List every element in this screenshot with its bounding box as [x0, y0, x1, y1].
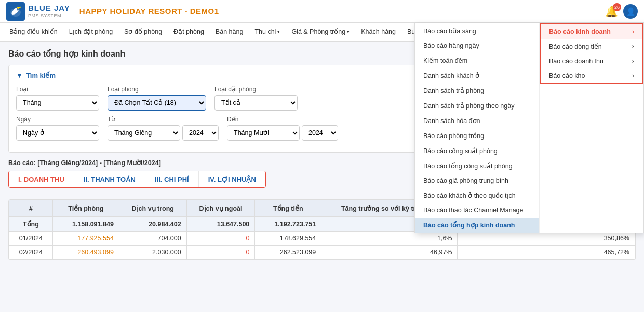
filter-group-ngay: Ngày Ngày ở	[16, 116, 99, 141]
dropdown-item-phong-trong[interactable]: Báo cáo phòng trống	[415, 128, 539, 143]
tab-thanh-toan[interactable]: II. THANH TOÁN	[74, 171, 145, 187]
app-title: HAPPY HOLIDAY RESORT - DEMO1	[79, 7, 605, 16]
dropdown-left-col: Báo cáo bữa sáng Báo cáo hàng ngày Kiểm …	[415, 23, 540, 233]
dropdown-item-khach-quoc-tich[interactable]: Báo cáo khách ở theo quốc tịch	[415, 188, 539, 203]
td-02-dv-trong: 2.030.000	[119, 246, 186, 260]
logo-icon	[6, 2, 25, 21]
filter-select-loai-dat-phong[interactable]: Tất cả	[214, 95, 298, 111]
dropdown-item-khach-o[interactable]: Danh sách khách ở	[415, 68, 539, 83]
th-tong-tien: Tổng tiền	[255, 200, 321, 217]
dropdown-item-tra-phong[interactable]: Danh sách trả phòng	[415, 83, 539, 98]
td-01-dv-trong: 704.000	[119, 232, 186, 246]
dropdown-section-doanh-thu[interactable]: Báo cáo doanh thu›	[541, 54, 642, 69]
dropdown-right-sections: Báo cáo kinh doanh › Báo cáo dòng tiền› …	[540, 23, 643, 84]
th-tien-phong: Tiền phòng	[52, 200, 119, 217]
nav-item-lich-dat-phong[interactable]: Lịch đặt phòng	[64, 23, 118, 42]
nav-item-bang-dieu-khien[interactable]: Bảng điều khiển	[4, 23, 63, 42]
td-total-tien-phong: 1.158.091.849	[52, 217, 119, 232]
td-total-hash: Tổng	[9, 217, 53, 232]
nav-item-gia-phong-trong[interactable]: Giá & Phòng trống ▾	[286, 23, 355, 42]
tab-chi-phi[interactable]: III. CHI PHÍ	[145, 171, 199, 187]
th-dv-ngoai: Dịch vụ ngoài	[186, 200, 255, 217]
bao-cao-dropdown: Báo cáo bữa sáng Báo cáo hàng ngày Kiểm …	[414, 23, 644, 233]
logo-area: BLUE JAY PMS SYSTEM	[6, 2, 70, 21]
dropdown-item-gia-phong-tb[interactable]: Báo cáo giá phòng trung bình	[415, 173, 539, 188]
td-01-dv-ngoai: 0	[186, 232, 255, 246]
filter-label-loai-dat-phong: Loại đặt phòng	[214, 86, 298, 93]
dropdown-right-col: Báo cáo kinh doanh › Báo cáo dòng tiền› …	[540, 23, 643, 233]
dropdown-item-cong-suat-phong[interactable]: Báo cáo công suất phòng	[415, 143, 539, 158]
tab-loi-nhuan[interactable]: IV. LỢI NHUẬN	[199, 171, 265, 187]
filter-select-ngay[interactable]: Ngày ở	[16, 125, 99, 141]
td-02-dv-ngoai: 0	[186, 246, 255, 260]
dropdown-item-hoa-don[interactable]: Danh sách hóa đơn	[415, 113, 539, 128]
dropdown-section-dong-tien[interactable]: Báo cáo dòng tiền›	[541, 39, 642, 54]
filter-label-den: Đến	[227, 116, 338, 123]
user-avatar[interactable]: 👤	[623, 4, 638, 19]
td-01-tang-truong-nam: 350,86%	[458, 232, 635, 246]
logo-title: BLUE JAY	[28, 4, 70, 13]
td-total-tong-tien: 1.192.723.751	[255, 217, 321, 232]
report-tabs: I. DOANH THU II. THANH TOÁN III. CHI PHÍ…	[8, 171, 266, 188]
td-02-tang-truong-nam: 465,72%	[458, 246, 635, 260]
filter-label-loai: Loại	[16, 86, 99, 93]
table-row: 02/2024 260.493.099 2.030.000 0 262.523.…	[9, 246, 635, 260]
nav-item-so-do-phong[interactable]: Sơ đồ phòng	[119, 23, 167, 42]
filter-group-tu: Từ Tháng Giêng 2024	[108, 116, 219, 141]
nav-item-khach-hang[interactable]: Khách hàng	[356, 23, 401, 42]
filter-group-loai: Loại Tháng	[16, 86, 99, 111]
main-content: Báo cáo tổng hợp kinh doanh ▼ Tìm kiếm L…	[0, 42, 644, 267]
dropdown-item-tong-hop-kd[interactable]: Báo cáo tổng hợp kinh doanh	[415, 218, 539, 233]
td-02-hash: 02/2024	[9, 246, 53, 260]
filter-select-loai[interactable]: Tháng	[16, 95, 99, 111]
td-01-tien-phong: 177.925.554	[52, 232, 119, 246]
header: BLUE JAY PMS SYSTEM HAPPY HOLIDAY RESORT…	[0, 0, 644, 23]
filter-label-tu: Từ	[108, 116, 219, 123]
filter-select-den-year[interactable]: 2024	[302, 125, 338, 141]
dropdown-item-channel-manage[interactable]: Báo cáo thao tác Channel Manage	[415, 203, 539, 218]
bell-badge: 26	[613, 3, 621, 11]
logo-text: BLUE JAY PMS SYSTEM	[28, 4, 70, 18]
filter-select-tu-month[interactable]: Tháng Giêng	[108, 125, 180, 141]
logo-sub: PMS SYSTEM	[28, 13, 70, 18]
filter-title: Tìm kiếm	[26, 72, 56, 79]
dropdown-item-tra-phong-theo-ngay[interactable]: Danh sách trả phòng theo ngày	[415, 98, 539, 113]
dropdown-section-kd[interactable]: Báo cáo kinh doanh ›	[541, 24, 642, 39]
filter-label-ngay: Ngày	[16, 116, 99, 123]
filter-select-den-month[interactable]: Tháng Mười	[227, 125, 300, 141]
td-total-dv-trong: 20.984.402	[119, 217, 186, 232]
td-02-tien-phong: 260.493.099	[52, 246, 119, 260]
filter-select-tu-year[interactable]: 2024	[182, 125, 219, 141]
nav-item-thu-chi[interactable]: Thu chi ▾	[249, 23, 285, 42]
filter-label-loai-phong: Loại phòng	[108, 86, 206, 93]
nav-item-ban-hang[interactable]: Bán hàng	[210, 23, 249, 42]
bell-icon[interactable]: 🔔 26	[605, 5, 618, 18]
td-02-tang-truong-ky: 46,97%	[321, 246, 458, 260]
tab-doanh-thu[interactable]: I. DOANH THU	[9, 171, 74, 187]
td-total-dv-ngoai: 13.647.500	[186, 217, 255, 232]
td-01-tong-tien: 178.629.554	[255, 232, 321, 246]
filter-group-loai-phong: Loại phòng Đã Chọn Tất Cả (18)	[108, 86, 206, 111]
td-01-tang-truong-ky: 1,6%	[321, 232, 458, 246]
table-row: 01/2024 177.925.554 704.000 0 178.629.55…	[9, 232, 635, 246]
td-02-tong-tien: 262.523.099	[255, 246, 321, 260]
dropdown-item-bua-sang[interactable]: Báo cáo bữa sáng	[415, 23, 539, 38]
svg-point-1	[17, 7, 19, 9]
dropdown-item-hang-ngay[interactable]: Báo cáo hàng ngày	[415, 38, 539, 53]
dropdown-item-tong-cong-suat[interactable]: Báo cáo tổng công suất phòng	[415, 158, 539, 173]
th-dv-trong: Dịch vụ trong	[119, 200, 186, 217]
filter-group-den: Đến Tháng Mười 2024	[227, 116, 338, 141]
filter-group-loai-dat-phong: Loại đặt phòng Tất cả	[214, 86, 298, 111]
dropdown-section-kho[interactable]: Báo cáo kho›	[541, 69, 642, 83]
th-hash: #	[9, 200, 53, 217]
td-01-hash: 01/2024	[9, 232, 53, 246]
dropdown-item-kiem-toan-dem[interactable]: Kiểm toán đêm	[415, 53, 539, 68]
filter-select-loai-phong[interactable]: Đã Chọn Tất Cả (18)	[108, 95, 206, 111]
nav-item-dat-phong[interactable]: Đặt phòng	[168, 23, 209, 42]
header-icons: 🔔 26 👤	[605, 4, 638, 19]
